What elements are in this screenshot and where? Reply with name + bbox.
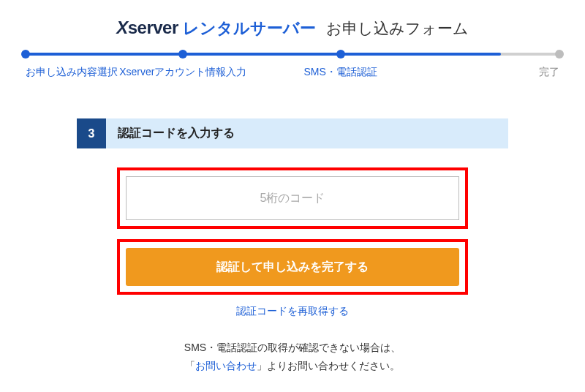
section-title: 認証コードを入力する [106, 118, 508, 148]
logo-row: Xserver レンタルサーバー お申し込みフォーム [116, 18, 469, 39]
progress-track [26, 53, 559, 56]
progress-dot-1 [21, 50, 30, 59]
submit-button[interactable]: 認証して申し込みを完了する [126, 248, 459, 286]
page-header: Xserver レンタルサーバー お申し込みフォーム [0, 0, 585, 53]
section-number: 3 [77, 118, 106, 148]
progress-label-2: Xserverアカウント情報入力 [119, 66, 246, 79]
note-line-2: 「お問い合わせ」よりお問い合わせください。 [0, 357, 585, 375]
progress-bar: お申し込み内容選択 Xserverアカウント情報入力 SMS・電話認証 完了 [26, 53, 559, 56]
progress-label-1: お申し込み内容選択 [26, 66, 118, 79]
brand-logo: Xserver [116, 18, 178, 38]
contact-link[interactable]: お問い合わせ [195, 360, 257, 372]
progress-dot-3 [336, 50, 345, 59]
section-header: 3 認証コードを入力する [77, 118, 508, 148]
note-line-1: SMS・電話認証の取得が確認できない場合は、 [0, 339, 585, 357]
progress-label-3: SMS・電話認証 [304, 66, 377, 79]
help-note: SMS・電話認証の取得が確認できない場合は、 「お問い合わせ」よりお問い合わせく… [0, 339, 585, 375]
page-title: お申し込みフォーム [326, 18, 469, 39]
progress-label-4: 完了 [539, 66, 559, 79]
progress-fill [26, 53, 501, 56]
retry-code-link[interactable]: 認証コードを再取得する [117, 305, 468, 318]
progress-dot-4 [555, 50, 564, 59]
code-input-highlight [117, 167, 468, 229]
progress-dot-2 [178, 50, 187, 59]
verification-code-input[interactable] [126, 176, 459, 220]
submit-highlight: 認証して申し込みを完了する [117, 239, 468, 295]
brand-subtitle: レンタルサーバー [183, 18, 316, 39]
